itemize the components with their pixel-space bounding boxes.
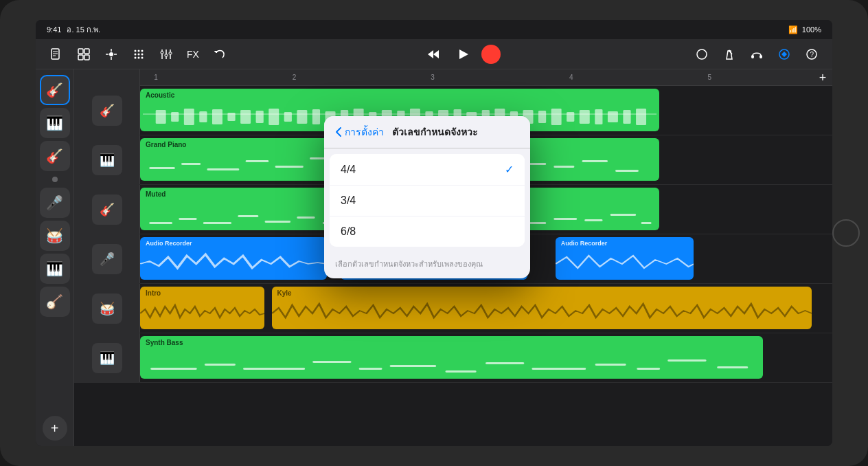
undo-button[interactable]	[207, 42, 232, 67]
popup-back-button[interactable]: การตั้งค่า	[335, 124, 384, 140]
instruments-button[interactable]	[99, 42, 124, 67]
rewind-button[interactable]	[421, 42, 446, 67]
date-display: อ. 15 ก.พ.	[67, 23, 100, 36]
svg-rect-25	[161, 52, 163, 54]
home-button[interactable]	[832, 219, 860, 247]
time-sig-4-4-item[interactable]: 4/4 ✓	[330, 154, 525, 186]
time-sig-3-4-item[interactable]: 3/4	[330, 186, 525, 217]
status-left: 9:41 อ. 15 ก.พ.	[47, 23, 100, 36]
ipad-screen: 9:41 อ. 15 ก.พ. 📶 100%	[36, 20, 832, 446]
time-sig-4-4-check: ✓	[505, 163, 514, 176]
svg-point-17	[138, 53, 140, 55]
play-button[interactable]	[451, 42, 476, 67]
status-bar: 9:41 อ. 15 ก.พ. 📶 100%	[36, 20, 832, 39]
time-sig-4-4-label: 4/4	[341, 164, 356, 176]
svg-marker-30	[459, 49, 468, 59]
popup-title: ตัวเลขกำหนดจังหวะ	[392, 124, 478, 140]
svg-point-15	[141, 49, 144, 52]
metronome-button[interactable]	[717, 42, 742, 67]
svg-point-34	[729, 49, 731, 52]
main-content: 🎸 🎹 🎸 🎤 🥁 🎹 🪕 + 1 2 3	[36, 69, 832, 446]
ipad-frame: 9:41 อ. 15 ก.พ. 📶 100%	[0, 0, 868, 466]
svg-marker-29	[433, 50, 439, 58]
svg-rect-27	[169, 52, 172, 54]
time-sig-3-4-label: 3/4	[341, 195, 356, 207]
time-sig-6-8-label: 6/8	[341, 225, 356, 238]
popup-overlay: การตั้งค่า ตัวเลขกำหนดจังหวะ 4/4 ✓ 3/4	[36, 69, 832, 446]
mixer-button[interactable]	[154, 42, 179, 67]
loop-button[interactable]	[689, 42, 714, 67]
svg-point-13	[135, 49, 137, 52]
svg-rect-35	[751, 55, 754, 58]
svg-point-8	[109, 52, 113, 56]
svg-marker-28	[428, 50, 433, 58]
battery-display: 100%	[802, 25, 821, 34]
svg-rect-26	[165, 54, 168, 56]
svg-marker-38	[781, 52, 787, 57]
time-display: 9:41	[47, 25, 61, 34]
popup-header: การตั้งค่า ตัวเลขกำหนดจังหวะ	[324, 116, 530, 148]
svg-rect-4	[78, 49, 83, 54]
popup-footer-text: เลือกตัวเลขกำหนดจังหวะสำหรับเพลงของคุณ	[335, 260, 483, 268]
grid-button[interactable]	[126, 42, 151, 67]
time-signature-popup: การตั้งค่า ตัวเลขกำหนดจังหวะ 4/4 ✓ 3/4	[324, 116, 530, 278]
tracks-view-button[interactable]	[71, 42, 96, 67]
svg-point-19	[135, 56, 137, 58]
svg-rect-7	[84, 55, 89, 60]
svg-rect-36	[760, 55, 762, 58]
fx-button[interactable]: FX	[181, 46, 205, 63]
toolbar: FX	[36, 39, 832, 69]
popup-footer: เลือกตัวเลขกำหนดจังหวะสำหรับเพลงของคุณ	[324, 252, 530, 278]
record-button[interactable]	[481, 45, 501, 64]
svg-text:?: ?	[810, 51, 814, 58]
smart-controls-button[interactable]	[772, 42, 797, 67]
help-button[interactable]: ?	[799, 42, 824, 67]
headphones-button[interactable]	[744, 42, 769, 67]
svg-point-20	[138, 56, 140, 58]
svg-rect-6	[78, 55, 83, 60]
svg-rect-5	[84, 49, 89, 54]
svg-point-31	[697, 49, 707, 59]
time-sig-6-8-item[interactable]: 6/8	[330, 217, 525, 247]
svg-marker-32	[727, 51, 732, 59]
svg-point-14	[138, 49, 140, 52]
svg-point-21	[141, 56, 144, 58]
wifi-icon: 📶	[788, 25, 798, 34]
svg-point-16	[135, 53, 137, 55]
popup-back-label: การตั้งค่า	[345, 124, 384, 140]
new-project-button[interactable]	[44, 42, 69, 67]
svg-point-18	[141, 53, 144, 55]
status-right: 📶 100%	[788, 25, 821, 34]
time-signature-list: 4/4 ✓ 3/4 6/8	[330, 154, 525, 247]
